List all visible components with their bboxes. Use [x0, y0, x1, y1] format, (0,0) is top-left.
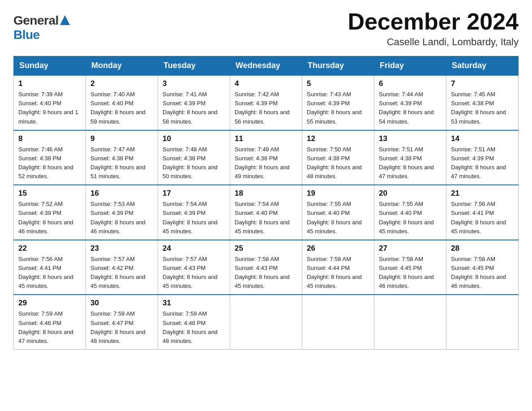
- calendar-cell: 17 Sunrise: 7:54 AMSunset: 4:39 PMDaylig…: [158, 185, 230, 240]
- calendar-cell: 27 Sunrise: 7:58 AMSunset: 4:45 PMDaylig…: [374, 240, 446, 295]
- day-info: Sunrise: 7:51 AMSunset: 4:38 PMDaylight:…: [379, 145, 442, 181]
- day-info: Sunrise: 7:55 AMSunset: 4:40 PMDaylight:…: [307, 200, 369, 236]
- day-number: 5: [307, 79, 369, 88]
- calendar-cell: 5 Sunrise: 7:43 AMSunset: 4:39 PMDayligh…: [302, 75, 374, 130]
- calendar-cell: [374, 295, 446, 349]
- calendar-cell: 19 Sunrise: 7:55 AMSunset: 4:40 PMDaylig…: [302, 185, 374, 240]
- day-info: Sunrise: 7:59 AMSunset: 4:48 PMDaylight:…: [163, 309, 225, 346]
- day-number: 16: [90, 189, 153, 198]
- day-info: Sunrise: 7:57 AMSunset: 4:43 PMDaylight:…: [163, 255, 225, 291]
- col-header-saturday: Saturday: [446, 56, 519, 76]
- calendar-cell: 30 Sunrise: 7:59 AMSunset: 4:47 PMDaylig…: [86, 295, 158, 349]
- calendar-cell: 4 Sunrise: 7:42 AMSunset: 4:39 PMDayligh…: [230, 75, 302, 130]
- calendar-cell: 23 Sunrise: 7:57 AMSunset: 4:42 PMDaylig…: [86, 240, 158, 295]
- location-subtitle: Caselle Landi, Lombardy, Italy: [348, 36, 519, 48]
- calendar-cell: 14 Sunrise: 7:51 AMSunset: 4:39 PMDaylig…: [446, 130, 519, 185]
- day-number: 8: [18, 134, 81, 143]
- day-number: 22: [18, 244, 81, 253]
- calendar-cell: [446, 295, 519, 349]
- calendar-cell: [230, 295, 302, 349]
- week-row-3: 15 Sunrise: 7:52 AMSunset: 4:39 PMDaylig…: [14, 185, 519, 240]
- day-number: 23: [90, 244, 153, 253]
- day-number: 27: [379, 244, 442, 253]
- calendar-cell: 12 Sunrise: 7:50 AMSunset: 4:38 PMDaylig…: [302, 130, 374, 185]
- calendar-table: SundayMondayTuesdayWednesdayThursdayFrid…: [13, 56, 519, 350]
- day-number: 20: [379, 189, 442, 198]
- day-info: Sunrise: 7:51 AMSunset: 4:39 PMDaylight:…: [451, 145, 514, 181]
- day-number: 1: [18, 79, 81, 88]
- day-info: Sunrise: 7:52 AMSunset: 4:39 PMDaylight:…: [18, 200, 81, 236]
- day-info: Sunrise: 7:41 AMSunset: 4:39 PMDaylight:…: [163, 90, 225, 126]
- day-info: Sunrise: 7:58 AMSunset: 4:45 PMDaylight:…: [451, 255, 514, 291]
- day-number: 21: [451, 189, 514, 198]
- col-header-sunday: Sunday: [14, 56, 86, 76]
- calendar-cell: 13 Sunrise: 7:51 AMSunset: 4:38 PMDaylig…: [374, 130, 446, 185]
- calendar-cell: 22 Sunrise: 7:56 AMSunset: 4:41 PMDaylig…: [14, 240, 86, 295]
- calendar-cell: 11 Sunrise: 7:49 AMSunset: 4:38 PMDaylig…: [230, 130, 302, 185]
- calendar-header-row: SundayMondayTuesdayWednesdayThursdayFrid…: [14, 56, 519, 76]
- calendar-cell: 29 Sunrise: 7:59 AMSunset: 4:46 PMDaylig…: [14, 295, 86, 349]
- day-info: Sunrise: 7:44 AMSunset: 4:39 PMDaylight:…: [379, 90, 442, 126]
- calendar-cell: 25 Sunrise: 7:58 AMSunset: 4:43 PMDaylig…: [230, 240, 302, 295]
- day-number: 15: [18, 189, 81, 198]
- week-row-5: 29 Sunrise: 7:59 AMSunset: 4:46 PMDaylig…: [14, 295, 519, 349]
- calendar-cell: 8 Sunrise: 7:46 AMSunset: 4:38 PMDayligh…: [14, 130, 86, 185]
- day-info: Sunrise: 7:58 AMSunset: 4:43 PMDaylight:…: [235, 255, 297, 291]
- calendar-cell: 9 Sunrise: 7:47 AMSunset: 4:38 PMDayligh…: [86, 130, 158, 185]
- day-number: 31: [163, 299, 225, 308]
- day-info: Sunrise: 7:54 AMSunset: 4:40 PMDaylight:…: [235, 200, 297, 236]
- day-number: 30: [90, 299, 153, 308]
- svg-marker-0: [60, 15, 70, 25]
- day-number: 17: [163, 189, 225, 198]
- title-area: December 2024 Caselle Landi, Lombardy, I…: [348, 9, 519, 48]
- page-header: General Blue December 2024 Caselle Landi…: [13, 9, 519, 48]
- week-row-1: 1 Sunrise: 7:39 AMSunset: 4:40 PMDayligh…: [14, 75, 519, 130]
- day-number: 14: [451, 134, 514, 143]
- col-header-thursday: Thursday: [302, 56, 374, 76]
- day-info: Sunrise: 7:56 AMSunset: 4:41 PMDaylight:…: [451, 200, 514, 236]
- logo: General Blue: [13, 9, 70, 42]
- day-info: Sunrise: 7:57 AMSunset: 4:42 PMDaylight:…: [90, 255, 153, 291]
- calendar-cell: [302, 295, 374, 349]
- day-number: 7: [451, 79, 514, 88]
- day-number: 19: [307, 189, 369, 198]
- day-info: Sunrise: 7:39 AMSunset: 4:40 PMDaylight:…: [18, 90, 81, 126]
- calendar-cell: 20 Sunrise: 7:55 AMSunset: 4:40 PMDaylig…: [374, 185, 446, 240]
- day-info: Sunrise: 7:59 AMSunset: 4:46 PMDaylight:…: [18, 309, 81, 346]
- calendar-cell: 28 Sunrise: 7:58 AMSunset: 4:45 PMDaylig…: [446, 240, 519, 295]
- col-header-tuesday: Tuesday: [158, 56, 230, 76]
- day-info: Sunrise: 7:46 AMSunset: 4:38 PMDaylight:…: [18, 145, 81, 181]
- col-header-friday: Friday: [374, 56, 446, 76]
- day-number: 6: [379, 79, 442, 88]
- day-info: Sunrise: 7:54 AMSunset: 4:39 PMDaylight:…: [163, 200, 225, 236]
- day-info: Sunrise: 7:47 AMSunset: 4:38 PMDaylight:…: [90, 145, 153, 181]
- day-info: Sunrise: 7:45 AMSunset: 4:38 PMDaylight:…: [451, 90, 514, 126]
- day-number: 2: [90, 79, 153, 88]
- day-number: 25: [235, 244, 297, 253]
- day-number: 29: [18, 299, 81, 308]
- day-number: 3: [163, 79, 225, 88]
- logo-blue-text: Blue: [13, 28, 40, 42]
- logo-general-text: General: [13, 13, 59, 28]
- day-info: Sunrise: 7:53 AMSunset: 4:39 PMDaylight:…: [90, 200, 153, 236]
- day-number: 9: [90, 134, 153, 143]
- day-number: 10: [163, 134, 225, 143]
- day-info: Sunrise: 7:49 AMSunset: 4:38 PMDaylight:…: [235, 145, 297, 181]
- col-header-monday: Monday: [86, 56, 158, 76]
- calendar-cell: 2 Sunrise: 7:40 AMSunset: 4:40 PMDayligh…: [86, 75, 158, 130]
- calendar-cell: 18 Sunrise: 7:54 AMSunset: 4:40 PMDaylig…: [230, 185, 302, 240]
- calendar-cell: 24 Sunrise: 7:57 AMSunset: 4:43 PMDaylig…: [158, 240, 230, 295]
- day-info: Sunrise: 7:56 AMSunset: 4:41 PMDaylight:…: [18, 255, 81, 291]
- week-row-4: 22 Sunrise: 7:56 AMSunset: 4:41 PMDaylig…: [14, 240, 519, 295]
- month-year-title: December 2024: [348, 9, 519, 34]
- day-info: Sunrise: 7:58 AMSunset: 4:44 PMDaylight:…: [307, 255, 369, 291]
- day-info: Sunrise: 7:58 AMSunset: 4:45 PMDaylight:…: [379, 255, 442, 291]
- calendar-cell: 26 Sunrise: 7:58 AMSunset: 4:44 PMDaylig…: [302, 240, 374, 295]
- week-row-2: 8 Sunrise: 7:46 AMSunset: 4:38 PMDayligh…: [14, 130, 519, 185]
- day-number: 4: [235, 79, 297, 88]
- day-info: Sunrise: 7:40 AMSunset: 4:40 PMDaylight:…: [90, 90, 153, 126]
- day-number: 13: [379, 134, 442, 143]
- logo-triangle-icon: [60, 15, 70, 25]
- day-number: 26: [307, 244, 369, 253]
- calendar-cell: 16 Sunrise: 7:53 AMSunset: 4:39 PMDaylig…: [86, 185, 158, 240]
